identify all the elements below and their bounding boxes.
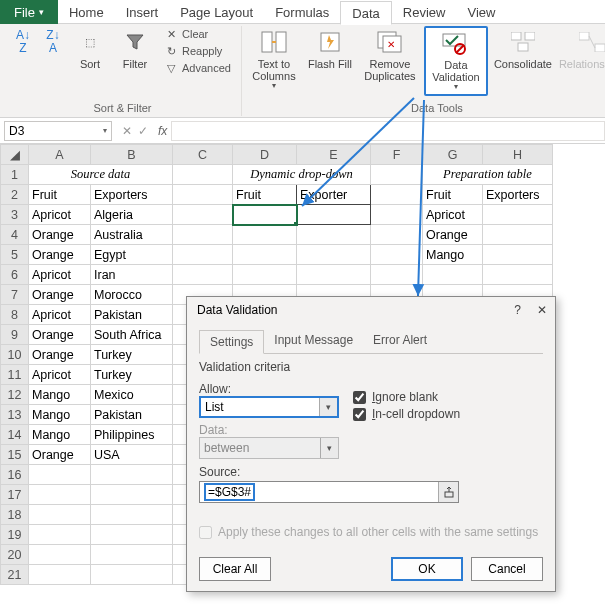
row-header[interactable]: 21 — [1, 565, 29, 585]
tab-settings[interactable]: Settings — [199, 330, 264, 354]
chevron-down-icon: ▾ — [319, 398, 337, 416]
allow-combo[interactable]: List▾ — [199, 396, 339, 418]
col-header[interactable]: E — [297, 145, 371, 165]
row-header[interactable]: 6 — [1, 265, 29, 285]
row-header[interactable]: 18 — [1, 505, 29, 525]
row-header[interactable]: 4 — [1, 225, 29, 245]
close-button[interactable]: ✕ — [537, 303, 547, 317]
col-header[interactable]: G — [423, 145, 483, 165]
row-header[interactable]: 13 — [1, 405, 29, 425]
cell[interactable]: Algeria — [91, 205, 173, 225]
row-header[interactable]: 15 — [1, 445, 29, 465]
row-header[interactable]: 10 — [1, 345, 29, 365]
tab-review[interactable]: Review — [392, 0, 457, 24]
text-to-columns-button[interactable]: Text to Columns▾ — [248, 26, 300, 96]
sort-button[interactable]: ⬚Sort — [70, 26, 110, 96]
range-picker-icon[interactable] — [438, 482, 458, 502]
sort-az-icon: A↓Z — [9, 28, 37, 56]
tab-formulas[interactable]: Formulas — [264, 0, 340, 24]
row-header[interactable]: 9 — [1, 325, 29, 345]
fx-icon[interactable]: fx — [154, 124, 171, 138]
help-button[interactable]: ? — [514, 303, 521, 317]
row-header[interactable]: 8 — [1, 305, 29, 325]
cell[interactable]: Dynamic drop-down — [233, 165, 371, 185]
tab-insert[interactable]: Insert — [115, 0, 170, 24]
svg-rect-17 — [445, 492, 453, 497]
svg-rect-10 — [525, 32, 535, 40]
row-header[interactable]: 19 — [1, 525, 29, 545]
row-header[interactable]: 3 — [1, 205, 29, 225]
cancel-formula-icon[interactable]: ✕ — [122, 124, 132, 138]
row-header[interactable]: 7 — [1, 285, 29, 305]
tab-home[interactable]: Home — [58, 0, 115, 24]
incell-dropdown-checkbox[interactable]: In-cell dropdown — [353, 407, 460, 421]
ok-button[interactable]: OK — [391, 557, 463, 581]
tab-view[interactable]: View — [456, 0, 506, 24]
row-header[interactable]: 11 — [1, 365, 29, 385]
col-header[interactable]: A — [29, 145, 91, 165]
tab-input-message[interactable]: Input Message — [264, 329, 363, 353]
col-header[interactable]: B — [91, 145, 173, 165]
select-all[interactable]: ◢ — [1, 145, 29, 165]
cell[interactable]: Preparation table — [423, 165, 553, 185]
svg-rect-11 — [518, 43, 528, 51]
source-input[interactable]: =$G$3# — [199, 481, 459, 503]
col-header[interactable]: D — [233, 145, 297, 165]
row-header[interactable]: 5 — [1, 245, 29, 265]
cell[interactable]: Exporters — [91, 185, 173, 205]
row-header[interactable]: 14 — [1, 425, 29, 445]
row-header[interactable]: 16 — [1, 465, 29, 485]
consolidate-button[interactable]: Consolidate — [492, 26, 554, 96]
flash-fill-button[interactable]: Flash Fill — [304, 26, 356, 96]
filter-button[interactable]: Filter — [114, 26, 156, 96]
col-header[interactable]: F — [371, 145, 423, 165]
cell[interactable]: Fruit — [423, 185, 483, 205]
cell[interactable]: Source data — [29, 165, 173, 185]
row-header[interactable]: 20 — [1, 545, 29, 565]
sort-az-button[interactable]: A↓Z — [10, 26, 36, 96]
advanced-button[interactable]: ▽Advanced — [160, 60, 235, 76]
cell[interactable]: Apricot — [423, 205, 483, 225]
tab-error-alert[interactable]: Error Alert — [363, 329, 437, 353]
name-box[interactable]: D3▾ — [4, 121, 112, 141]
svg-rect-1 — [276, 32, 286, 52]
svg-rect-0 — [262, 32, 272, 52]
ribbon: A↓Z Z↓A ⬚Sort Filter ✕Clear ↻Reapply ▽Ad… — [0, 24, 605, 118]
clear-button[interactable]: ✕Clear — [160, 26, 235, 42]
data-combo: between▾ — [199, 437, 339, 459]
row-header[interactable]: 1 — [1, 165, 29, 185]
cell[interactable]: Apricot — [29, 205, 91, 225]
cell[interactable]: Fruit — [233, 185, 297, 205]
chevron-down-icon: ▾ — [103, 126, 107, 135]
tab-page-layout[interactable]: Page Layout — [169, 0, 264, 24]
source-label: Source: — [199, 465, 543, 479]
tab-data[interactable]: Data — [340, 1, 391, 25]
remove-duplicates-button[interactable]: ✕Remove Duplicates — [360, 26, 420, 96]
dialog-tabs: Settings Input Message Error Alert — [199, 329, 543, 354]
row-header[interactable]: 12 — [1, 385, 29, 405]
reapply-button[interactable]: ↻Reapply — [160, 43, 235, 59]
cell[interactable]: Exporters — [483, 185, 553, 205]
svg-rect-9 — [511, 32, 521, 40]
cell[interactable]: Fruit — [29, 185, 91, 205]
data-validation-button[interactable]: Data Validation▾ — [424, 26, 488, 96]
row-header[interactable]: 17 — [1, 485, 29, 505]
flash-fill-icon — [316, 28, 344, 56]
tab-file[interactable]: File▾ — [0, 0, 58, 24]
allow-label: Allow: — [199, 382, 339, 396]
active-cell[interactable] — [233, 205, 297, 225]
sort-za-button[interactable]: Z↓A — [40, 26, 66, 96]
cell[interactable]: Exporter — [297, 185, 371, 205]
relationships-button[interactable]: Relationships — [558, 26, 605, 96]
data-validation-dialog: Data Validation ? ✕ Settings Input Messa… — [186, 296, 556, 592]
enter-formula-icon[interactable]: ✓ — [138, 124, 148, 138]
ignore-blank-checkbox[interactable]: IIgnore blankgnore blank — [353, 390, 460, 404]
formula-bar[interactable] — [171, 121, 605, 141]
row-header[interactable]: 2 — [1, 185, 29, 205]
cancel-button[interactable]: Cancel — [471, 557, 543, 581]
clear-all-button[interactable]: Clear All — [199, 557, 271, 581]
data-label: Data: — [199, 423, 543, 437]
cell[interactable] — [297, 205, 371, 225]
col-header[interactable]: C — [173, 145, 233, 165]
col-header[interactable]: H — [483, 145, 553, 165]
